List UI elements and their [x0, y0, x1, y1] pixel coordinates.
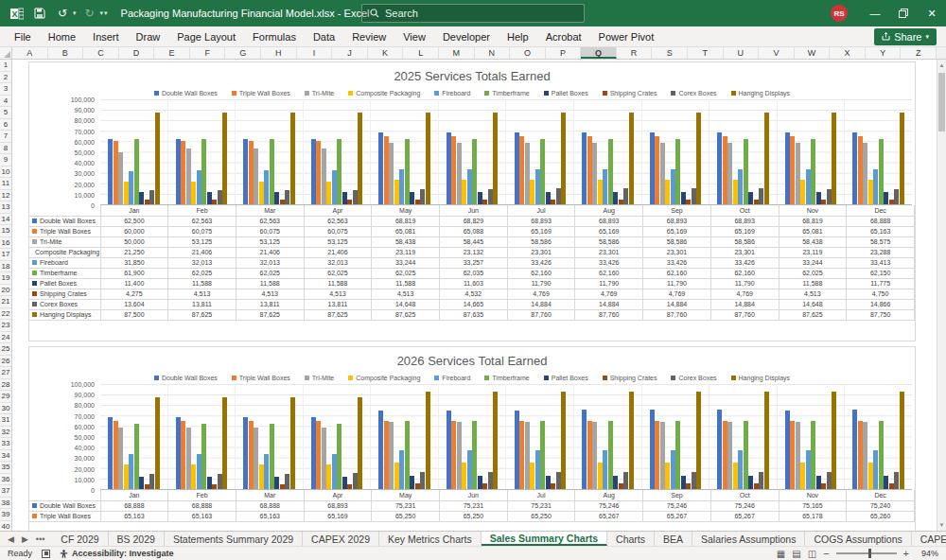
column-header-R[interactable]: R	[617, 47, 653, 59]
column-header-P[interactable]: P	[546, 47, 582, 59]
sheet-nav-left-icon[interactable]: ◀	[8, 534, 14, 544]
column-header-Q[interactable]: Q	[581, 47, 617, 59]
ribbon-tab-power-pivot[interactable]: Power Pivot	[590, 26, 663, 46]
zoom-slider[interactable]	[836, 552, 897, 554]
column-header-U[interactable]: U	[724, 47, 760, 59]
row-header-4[interactable]: 4	[0, 96, 11, 108]
row-header-31[interactable]: 31	[0, 414, 11, 427]
row-header-20[interactable]: 20	[0, 285, 11, 297]
column-header-H[interactable]: H	[261, 47, 297, 59]
column-header-G[interactable]: G	[225, 47, 261, 59]
column-header-O[interactable]: O	[510, 47, 546, 59]
row-header-14[interactable]: 14	[0, 214, 11, 226]
column-header-T[interactable]: T	[688, 47, 724, 59]
row-header-19[interactable]: 19	[0, 272, 11, 285]
row-header-27[interactable]: 27	[0, 367, 11, 379]
vertical-scroll-thumb[interactable]	[938, 73, 945, 131]
row-header-40[interactable]: 40	[0, 521, 11, 532]
column-header-A[interactable]: A	[12, 47, 48, 59]
chart-2025-services-totals[interactable]: 2025 Services Totals EarnedDouble Wall B…	[28, 61, 916, 341]
row-header-5[interactable]: 5	[0, 107, 11, 119]
ribbon-tab-help[interactable]: Help	[499, 26, 537, 46]
row-header-9[interactable]: 9	[0, 154, 11, 166]
row-header-11[interactable]: 11	[0, 178, 11, 190]
column-header-X[interactable]: X	[830, 47, 866, 59]
normal-view-icon[interactable]: ▦	[777, 549, 785, 559]
page-layout-view-icon[interactable]: ▤	[792, 549, 800, 559]
undo-caret-icon[interactable]: ▾	[73, 9, 77, 17]
vertical-scrollbar[interactable]: ▲ ▼	[937, 60, 946, 531]
column-header-Z[interactable]: Z	[901, 47, 937, 59]
sheet-tab-cogs-assumptions[interactable]: COGS Assumptions	[805, 532, 911, 546]
sheet-tab-salaries-assumptions[interactable]: Salaries Assumptions	[692, 532, 805, 546]
row-header-18[interactable]: 18	[0, 261, 11, 273]
row-header-24[interactable]: 24	[0, 332, 11, 344]
ribbon-tab-insert[interactable]: Insert	[84, 26, 128, 46]
column-header-I[interactable]: I	[297, 47, 333, 59]
column-header-W[interactable]: W	[795, 47, 831, 59]
row-header-8[interactable]: 8	[0, 143, 11, 155]
row-header-33[interactable]: 33	[0, 438, 11, 450]
row-header-16[interactable]: 16	[0, 237, 11, 250]
ribbon-tab-file[interactable]: File	[6, 26, 40, 46]
column-header-B[interactable]: B	[48, 47, 84, 59]
sheet-tab-key-metrics-charts[interactable]: Key Metrics Charts	[379, 532, 482, 546]
scroll-up-icon[interactable]: ▲	[937, 60, 946, 71]
ribbon-tab-acrobat[interactable]: Acrobat	[537, 26, 590, 46]
column-header-F[interactable]: F	[190, 47, 226, 59]
column-header-D[interactable]: D	[119, 47, 155, 59]
column-header-C[interactable]: C	[83, 47, 119, 59]
row-header-34[interactable]: 34	[0, 450, 11, 463]
macro-record-icon[interactable]	[42, 550, 50, 558]
row-header-1[interactable]: 1	[0, 60, 11, 72]
row-header-6[interactable]: 6	[0, 119, 11, 131]
zoom-slider-thumb[interactable]	[868, 549, 871, 558]
restore-button[interactable]	[889, 0, 918, 26]
chart-2026-services-totals[interactable]: 2026 Services Total EarnedDouble Wall Bo…	[28, 346, 916, 531]
sheet-canvas[interactable]: 2025 Services Totals EarnedDouble Wall B…	[12, 60, 937, 531]
column-header-J[interactable]: J	[332, 47, 368, 59]
row-header-29[interactable]: 29	[0, 391, 11, 403]
sheet-tab-bea[interactable]: BEA	[655, 532, 692, 546]
scroll-down-icon[interactable]: ▼	[937, 519, 946, 531]
close-button[interactable]: ✕	[918, 0, 946, 26]
row-header-26[interactable]: 26	[0, 356, 11, 368]
sheet-nav-more-icon[interactable]: •••	[36, 534, 44, 544]
column-header-V[interactable]: V	[759, 47, 795, 59]
accessibility-status[interactable]: Accessibility: Investigate	[60, 549, 174, 558]
row-header-10[interactable]: 10	[0, 166, 11, 179]
row-header-7[interactable]: 7	[0, 131, 11, 143]
column-header-M[interactable]: M	[439, 47, 475, 59]
column-header-N[interactable]: N	[475, 47, 511, 59]
zoom-level[interactable]: 94%	[916, 549, 938, 558]
row-header-12[interactable]: 12	[0, 190, 11, 202]
ribbon-tab-page-layout[interactable]: Page Layout	[168, 26, 244, 46]
ribbon-tab-review[interactable]: Review	[343, 26, 394, 46]
column-header-E[interactable]: E	[154, 47, 190, 59]
customize-quick-access-toolbar-icon[interactable]: ▾	[104, 9, 108, 17]
row-header-25[interactable]: 25	[0, 343, 11, 356]
row-header-21[interactable]: 21	[0, 296, 11, 308]
row-header-22[interactable]: 22	[0, 308, 11, 321]
zoom-in-button[interactable]: +	[903, 549, 909, 558]
select-all-corner[interactable]	[0, 47, 12, 59]
row-header-15[interactable]: 15	[0, 225, 11, 237]
zoom-out-button[interactable]: −	[823, 549, 829, 558]
row-header-13[interactable]: 13	[0, 201, 11, 214]
sheet-tab-bs-2029[interactable]: BS 2029	[109, 532, 165, 546]
ribbon-tab-developer[interactable]: Developer	[434, 26, 499, 46]
column-header-L[interactable]: L	[403, 47, 439, 59]
column-header-S[interactable]: S	[652, 47, 688, 59]
search-box[interactable]: Search	[361, 4, 585, 23]
undo-icon[interactable]: ↺	[53, 4, 72, 23]
ribbon-tab-view[interactable]: View	[394, 26, 434, 46]
row-header-30[interactable]: 30	[0, 403, 11, 415]
minimize-button[interactable]: —	[861, 0, 889, 26]
column-header-Y[interactable]: Y	[866, 47, 902, 59]
sheet-tab-charts[interactable]: Charts	[607, 532, 655, 546]
row-header-36[interactable]: 36	[0, 474, 11, 486]
row-header-17[interactable]: 17	[0, 249, 11, 261]
save-icon[interactable]	[30, 4, 49, 23]
row-header-2[interactable]: 2	[0, 72, 11, 84]
row-header-38[interactable]: 38	[0, 498, 11, 510]
